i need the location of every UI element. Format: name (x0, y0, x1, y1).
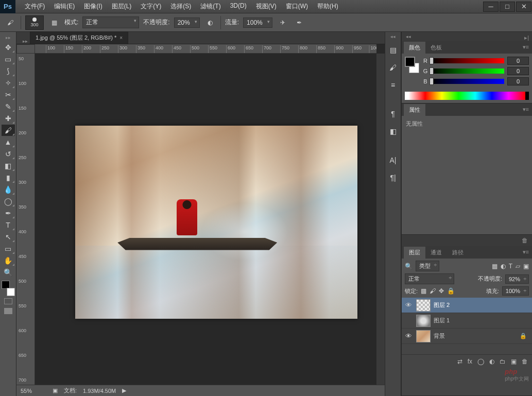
menu-select[interactable]: 选择(S) (166, 0, 195, 13)
tool-preset-icon[interactable]: 🖌 (4, 16, 16, 29)
flow-dropdown[interactable]: 100% (243, 18, 272, 28)
eyedropper-tool[interactable]: ✎ (2, 101, 15, 112)
pressure-opacity-icon[interactable]: ◐ (204, 16, 216, 29)
scrollbar-vertical[interactable] (376, 54, 385, 385)
history-panel-icon[interactable]: ▤ (386, 43, 400, 57)
blur-tool[interactable]: 💧 (2, 184, 15, 195)
menu-window[interactable]: 窗口(W) (282, 0, 312, 13)
b-value[interactable]: 0 (507, 77, 529, 85)
blend-mode-dropdown[interactable]: 正常 (82, 16, 139, 28)
healing-tool[interactable]: ✚ (2, 113, 15, 124)
lock-position-icon[interactable]: ✥ (439, 287, 444, 295)
layer-name[interactable]: 背景 (434, 332, 445, 340)
color-ramp[interactable] (405, 92, 529, 100)
fill-value[interactable]: 100% (502, 286, 529, 296)
toolbox-grip[interactable]: ▸▸ (6, 34, 11, 41)
adjustment-layer-icon[interactable]: ◐ (489, 358, 494, 365)
magic-wand-tool[interactable]: ✧ (2, 77, 15, 89)
brush-tool[interactable]: 🖌 (2, 125, 15, 136)
color-swatch[interactable] (2, 281, 15, 296)
link-layers-icon[interactable]: ⇄ (457, 358, 462, 365)
brush-panel-icon[interactable]: 🖌 (386, 61, 400, 74)
screen-mode[interactable] (2, 306, 15, 316)
layer-thumbnail[interactable] (416, 330, 431, 342)
tab-color[interactable]: 颜色 (404, 42, 425, 54)
filter-adjust-icon[interactable]: ◐ (501, 263, 506, 270)
layer-row[interactable]: 图层 1 (402, 313, 532, 329)
color-swatch-pair[interactable] (405, 57, 419, 73)
menu-view[interactable]: 视图(V) (252, 0, 281, 13)
glyphs-panel-icon[interactable]: ¶| (386, 171, 400, 184)
shape-tool[interactable]: ▭ (2, 243, 15, 254)
styles-panel-icon[interactable]: ◧ (386, 125, 400, 138)
layer-filter-dropdown[interactable]: 类型 (416, 261, 439, 271)
layers-panel-menu[interactable]: ▾≡ (523, 249, 529, 255)
g-slider[interactable] (432, 68, 504, 74)
menu-filter[interactable]: 滤镜(T) (196, 0, 225, 13)
background-swatch[interactable] (7, 288, 15, 296)
menu-layer[interactable]: 图层(L) (108, 0, 136, 13)
viewport[interactable] (35, 54, 376, 385)
status-arrow-icon[interactable]: ▶ (122, 387, 126, 394)
layer-row[interactable]: 👁图层 2 (402, 298, 532, 313)
group-icon[interactable]: 🗀 (500, 358, 506, 365)
ruler-horizontal[interactable]: 1001502002503003504004505005506006507007… (35, 44, 376, 54)
airbrush-icon[interactable]: ✈ (277, 16, 289, 29)
tab-paths[interactable]: 路径 (447, 247, 469, 259)
type-tool[interactable]: T (2, 219, 15, 231)
properties-panel-menu[interactable]: ▾≡ (523, 106, 529, 113)
b-slider[interactable] (432, 79, 504, 84)
trash-icon[interactable]: 🗑 (522, 237, 528, 244)
color-panel-menu[interactable]: ▾≡ (523, 44, 529, 50)
menu-file[interactable]: 文件(F) (21, 0, 49, 13)
quickmask-standard[interactable] (2, 297, 15, 306)
layer-name[interactable]: 图层 2 (434, 301, 450, 309)
layer-blend-dropdown[interactable]: 正常 (405, 273, 454, 284)
filter-pixel-icon[interactable]: ▦ (492, 263, 497, 270)
canvas-image[interactable] (75, 126, 357, 319)
r-value[interactable]: 0 (507, 57, 529, 65)
eraser-tool[interactable]: ◧ (2, 160, 15, 171)
menu-edit[interactable]: 编辑(E) (50, 0, 79, 13)
brush-panel-toggle-icon[interactable]: ▦ (48, 16, 60, 29)
menu-image[interactable]: 图像(I) (80, 0, 106, 13)
lock-transparency-icon[interactable]: ▩ (421, 287, 426, 295)
maximize-button[interactable]: □ (500, 2, 515, 12)
tab-channels[interactable]: 通道 (425, 247, 447, 259)
filter-search-icon[interactable]: 🔍 (405, 263, 413, 270)
minimize-button[interactable]: ─ (483, 2, 499, 12)
opacity-dropdown[interactable]: 20% (174, 18, 200, 28)
layer-style-icon[interactable]: fx (468, 358, 472, 365)
layer-thumbnail[interactable] (416, 299, 431, 312)
pressure-size-icon[interactable]: ✒ (293, 16, 305, 29)
menu-type[interactable]: 文字(Y) (136, 0, 165, 13)
delete-layer-icon[interactable]: 🗑 (522, 358, 528, 365)
hand-tool[interactable]: ✋ (2, 255, 15, 266)
strip-grip[interactable]: ◂◂ (390, 34, 396, 39)
tab-properties[interactable]: 属性 (404, 104, 425, 116)
filter-smart-icon[interactable]: ▣ (523, 263, 529, 270)
r-slider[interactable] (432, 58, 504, 63)
path-select-tool[interactable]: ↖ (2, 231, 15, 243)
zoom-value[interactable]: 55% (21, 388, 46, 394)
tab-layers[interactable]: 图层 (404, 247, 425, 259)
move-tool[interactable]: ✥ (2, 42, 15, 53)
g-value[interactable]: 0 (507, 67, 529, 75)
panels-grip[interactable]: ◂◂ (404, 34, 413, 39)
lock-all-icon[interactable]: 🔒 (447, 287, 455, 295)
filter-shape-icon[interactable]: ▱ (516, 263, 520, 270)
history-brush-tool[interactable]: ↺ (2, 148, 15, 160)
paragraph-panel-icon[interactable]: A| (386, 153, 400, 167)
stamp-tool[interactable]: ▲ (2, 136, 15, 148)
pen-tool[interactable]: ✒ (2, 208, 15, 219)
brush-preview[interactable]: 300 (25, 15, 44, 30)
panel-dock-menu[interactable]: ▸| (524, 35, 529, 41)
new-layer-icon[interactable]: ▣ (511, 358, 517, 365)
gradient-tool[interactable]: ▮ (2, 172, 15, 183)
menu-3d[interactable]: 3D(D) (226, 0, 251, 13)
doc-info-icon[interactable]: ▣ (53, 387, 58, 394)
character-panel-icon[interactable]: ¶ (386, 107, 400, 120)
layer-thumbnail[interactable] (416, 315, 431, 327)
ruler-vertical[interactable]: 5010015020025030035040045050055060065070… (16, 54, 35, 385)
tab-close-icon[interactable]: × (119, 35, 123, 41)
